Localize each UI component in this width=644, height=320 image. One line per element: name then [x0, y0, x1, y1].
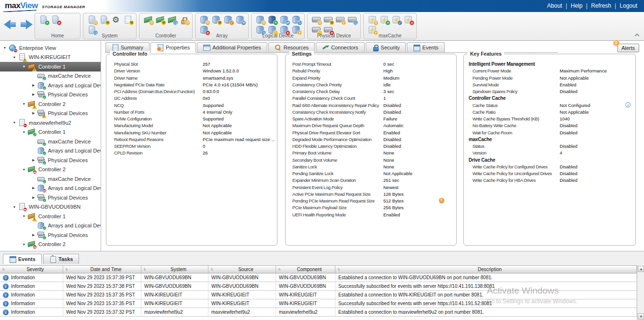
system-repair-icon[interactable]: ⚒ [99, 15, 109, 24]
alerts-button[interactable]: Alerts [617, 44, 639, 52]
event-row[interactable]: iInformationWed Nov 29 2023 15:37:35 PST… [0, 291, 644, 299]
system-settings-icon[interactable]: ⚙ [87, 15, 97, 24]
array-tools-icon[interactable]: ⚒ [235, 15, 245, 24]
expander-closed-icon[interactable]: ▶ [31, 186, 36, 190]
tree-item-controller-1[interactable]: ▼✓Controller 1 [0, 128, 101, 137]
add-system-icon[interactable]: + [38, 15, 48, 24]
tab-properties[interactable]: Properties [150, 42, 196, 53]
tree-item-arrays-and-logical-devices[interactable]: ✓Arrays and Logical Devices [0, 146, 101, 156]
column-header-system[interactable]: ↑↓System [141, 266, 208, 273]
tab-connectors[interactable]: Connectors [316, 42, 364, 52]
controller-security-icon[interactable]: ⚙ [179, 15, 189, 24]
device-repair-icon[interactable]: ⚒ [323, 15, 333, 24]
tree-item-controller-2[interactable]: ▼Controller 2 [0, 240, 101, 249]
controller-repair-icon[interactable]: ⚒ [155, 15, 165, 24]
expander-open-icon[interactable]: ▼ [21, 214, 27, 218]
events-scrollbar[interactable] [637, 265, 644, 320]
tree-item-physical-devices[interactable]: ▶✓Physical Devices [0, 90, 101, 100]
device-settings-icon[interactable]: ⚙ [311, 15, 321, 24]
maxview-settings-icon[interactable]: ⚙ [111, 15, 121, 24]
tree-item-win-kireugieit[interactable]: ▼WIN-KIREUGIEIT [0, 53, 101, 62]
expander-open-icon[interactable]: ▼ [12, 56, 17, 59]
tree-item-controller-1[interactable]: ▼Controller 1 [0, 62, 101, 71]
tree-item-maxcache-device[interactable]: ✓maxCache Device [0, 174, 101, 184]
sort-icon[interactable]: ↑↓ [2, 267, 8, 272]
tree-item-win-gbvuodu69bn[interactable]: ▼WIN-GBVUODU69BN [0, 202, 101, 212]
tree-item-physical-devices[interactable]: ▶✓Physical Devices [0, 230, 101, 240]
controller-rescan-icon[interactable] [167, 15, 177, 24]
expander-closed-icon[interactable]: ▶ [31, 196, 36, 200]
tree-item-maxcache-device[interactable]: ✓maxCache Device [0, 71, 101, 81]
tree-item-physical-devices[interactable]: ▶✓Physical Devices [0, 193, 101, 202]
device-schedule-icon[interactable] [335, 15, 345, 24]
tree-item-arrays-and-logical-devices[interactable]: ▶✓Arrays and Logical Devices [0, 81, 101, 90]
expander-open-icon[interactable]: ▼ [2, 46, 8, 49]
sort-icon[interactable]: ↑↓ [65, 267, 71, 272]
maxcache-create-icon[interactable]: ⚡+ [379, 15, 389, 24]
refresh-link[interactable]: Refresh [591, 2, 611, 9]
controller-settings-icon[interactable]: ⚙ [143, 15, 153, 24]
event-row[interactable]: iInformationWed Nov 29 2023 15:37:38 PST… [0, 282, 644, 291]
tree-item-maxviewferhel9u2[interactable]: ▼maxviewferhel9u2 [0, 118, 101, 128]
logical-create-icon[interactable]: + [267, 15, 277, 24]
log-settings-icon[interactable]: ⚒ [123, 15, 133, 24]
expander-open-icon[interactable]: ▼ [21, 130, 27, 134]
help-link[interactable]: Help [571, 2, 583, 9]
column-header-severity[interactable]: ↑↓Severity [0, 266, 63, 273]
expander-open-icon[interactable]: ▼ [21, 102, 27, 106]
array-repair-icon[interactable]: ⚒ [211, 15, 221, 24]
logical-settings-icon[interactable]: ⚙ [255, 15, 265, 24]
column-header-description[interactable]: ↑↓Description [335, 266, 637, 273]
tree-item-controller-1[interactable]: ▼Controller 1 [0, 212, 101, 221]
device-locate-icon[interactable] [347, 15, 357, 24]
expander-closed-icon[interactable]: ▶ [31, 93, 36, 96]
ribbon-collapse-button[interactable] [634, 33, 640, 37]
column-header-date-and-time[interactable]: ↑↓Date and Time [63, 266, 141, 273]
logical-expand-icon[interactable]: ⇄ [279, 15, 289, 24]
scroll-up-button[interactable] [638, 266, 644, 272]
tree-item-physical-devices[interactable]: ▶✓Physical Devices [0, 155, 101, 165]
sort-icon[interactable]: ↑↓ [278, 267, 284, 272]
logical-migrate-icon[interactable]: ↻ [291, 15, 301, 24]
expander-closed-icon[interactable]: ▶ [31, 233, 36, 237]
sort-icon[interactable]: ↑↓ [143, 267, 149, 272]
sort-icon[interactable]: ↑↓ [337, 267, 343, 272]
expander-closed-icon[interactable]: ▶ [31, 83, 36, 87]
scroll-down-button[interactable] [638, 313, 644, 320]
tree-item-controller-2[interactable]: ▼Controller 2 [0, 99, 101, 109]
tree-item-arrays-and-logical-devices[interactable]: ▶Arrays and Logical Devices [0, 184, 101, 193]
about-link[interactable]: About [547, 2, 562, 9]
tree-item-enterprise-view[interactable]: ▼Enterprise View [0, 43, 101, 53]
column-header-source[interactable]: ↑↓Source [208, 266, 276, 273]
tab-events[interactable]: Events [3, 254, 42, 264]
sort-icon[interactable]: ↑↓ [210, 267, 216, 272]
maxcache-settings-icon[interactable]: ⚡⚙ [367, 15, 377, 24]
tree-item-controller-2[interactable]: ▼Controller 2 [0, 165, 101, 175]
tab-additional-properties[interactable]: Additional Properties [197, 42, 267, 52]
maxcache-delete-icon[interactable]: ⚡× [403, 15, 413, 24]
expander-closed-icon[interactable]: ▶ [31, 111, 36, 115]
expander-open-icon[interactable]: ▼ [12, 205, 17, 209]
expander-closed-icon[interactable]: ▶ [31, 158, 36, 162]
array-modify-icon[interactable]: ∕ [223, 15, 233, 24]
forward-arrow-icon[interactable] [20, 20, 33, 29]
event-row[interactable]: iInformationWed Nov 29 2023 15:37:32 PST… [0, 308, 644, 317]
tab-security[interactable]: Security [366, 42, 406, 52]
logout-link[interactable]: Logout [620, 2, 637, 9]
back-arrow-icon[interactable] [4, 20, 17, 29]
maxcache-locate-icon[interactable]: ⚡∕ [391, 15, 401, 24]
tab-events[interactable]: Events [407, 42, 445, 52]
array-settings-icon[interactable]: ⚙ [199, 15, 209, 24]
tab-tasks[interactable]: Tasks [43, 254, 79, 264]
expander-open-icon[interactable]: ▼ [21, 65, 27, 68]
tree-item-physical-devices[interactable]: ▶Physical Devices [0, 109, 101, 119]
event-row[interactable]: iInformationWed Nov 29 2023 15:37:39 PST… [0, 273, 644, 282]
info-icon[interactable]: i [625, 102, 631, 107]
tree-item-maxcache-device[interactable]: ✓maxCache Device [0, 137, 101, 146]
expander-open-icon[interactable]: ▼ [21, 243, 27, 246]
event-row[interactable]: iInformationWed Nov 29 2023 15:37:35 PST… [0, 299, 644, 308]
tree-item-arrays-and-logical-devices[interactable]: ✓Arrays and Logical Devices [0, 221, 101, 231]
delete-system-icon[interactable]: × [50, 15, 60, 24]
column-header-component[interactable]: ↑↓Component [276, 266, 335, 273]
expander-open-icon[interactable]: ▼ [12, 121, 17, 124]
